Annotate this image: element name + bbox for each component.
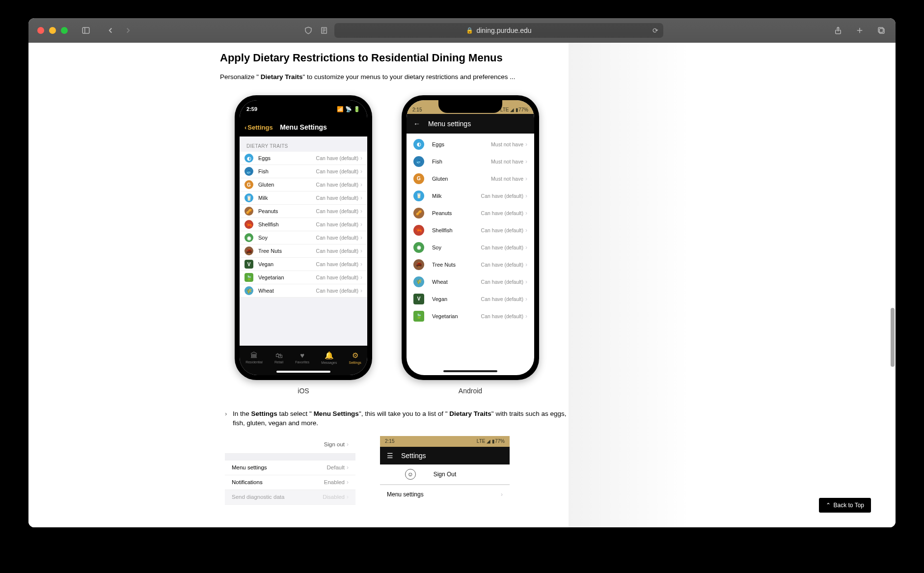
- android-trait-row[interactable]: 🍃 Vegetarian Can have (default) ›: [407, 307, 534, 325]
- ios-back-button[interactable]: ‹ Settings: [245, 124, 273, 131]
- trait-name: Fish: [258, 168, 316, 174]
- fullscreen-window-button[interactable]: [61, 27, 68, 34]
- setting-label: Send diagnostic data: [232, 494, 284, 500]
- lower-ios-setting-row[interactable]: Menu settings Default ›: [225, 461, 355, 475]
- lower-android-signout[interactable]: ☺ Sign Out: [380, 464, 510, 485]
- tabs-overview-icon[interactable]: [876, 25, 887, 36]
- chevron-right-icon: ›: [360, 208, 362, 215]
- chevron-right-icon: ›: [347, 464, 349, 471]
- ios-tab-residential[interactable]: 🏛Residential: [245, 351, 263, 364]
- nav-arrows: [105, 25, 134, 36]
- tab-label: Settings: [349, 361, 361, 364]
- android-trait-row[interactable]: 🐟 Fish Must not have ›: [407, 153, 534, 170]
- trait-value: Can have (default): [316, 235, 358, 241]
- ios-trait-row[interactable]: 🦐 Shellfish Can have (default) ›: [240, 218, 367, 231]
- minimize-window-button[interactable]: [49, 27, 56, 34]
- sidebar-toggle-icon[interactable]: [81, 25, 91, 36]
- android-trait-row[interactable]: 🦐 Shellfish Can have (default) ›: [407, 221, 534, 239]
- android-trait-row[interactable]: 🌾 Wheat Can have (default) ›: [407, 273, 534, 290]
- trait-name: Vegan: [432, 296, 481, 302]
- trait-name: Wheat: [432, 279, 481, 285]
- tab-label: Residential: [245, 360, 263, 364]
- trait-icon: 🥛: [245, 193, 253, 202]
- scrollbar-thumb[interactable]: [891, 308, 895, 367]
- ios-phone-column: 2:59 📶 📡 🔋 ‹ Settings Menu Settings DIET…: [235, 95, 372, 395]
- lower-ios-setting-row[interactable]: Send diagnostic data Disabled ›: [225, 490, 355, 505]
- trait-value: Can have (default): [481, 227, 523, 233]
- back-to-top-button[interactable]: ⌃ Back to Top: [819, 498, 871, 513]
- page-scroll[interactable]: Apply Dietary Restrictions to Residentia…: [28, 43, 896, 527]
- ios-nav-bar: ‹ Settings Menu Settings: [240, 118, 367, 136]
- android-trait-row[interactable]: V Vegan Can have (default) ›: [407, 290, 534, 307]
- ios-tab-favorites[interactable]: ♥Favorites: [295, 351, 309, 364]
- trait-name: Vegetarian: [432, 313, 481, 319]
- ios-time: 2:59: [246, 106, 257, 112]
- ios-trait-row[interactable]: 🐟 Fish Can have (default) ›: [240, 165, 367, 178]
- ios-status-icons: 📶 📡 🔋: [337, 106, 360, 112]
- chevron-up-icon: ⌃: [826, 502, 831, 509]
- back-button[interactable]: [105, 25, 116, 36]
- chevron-right-icon: ›: [525, 261, 527, 268]
- android-trait-row[interactable]: ◉ Soy Can have (default) ›: [407, 239, 534, 256]
- trait-value: Can have (default): [316, 168, 358, 174]
- reader-mode-icon[interactable]: [319, 25, 329, 36]
- chevron-right-icon: ›: [525, 244, 527, 251]
- android-traits-list: ◐ Eggs Must not have ›🐟 Fish Must not ha…: [407, 134, 534, 327]
- ios-section-header: DIETARY TRAITS: [240, 136, 367, 152]
- trait-name: Milk: [432, 193, 481, 199]
- share-icon[interactable]: [833, 25, 843, 36]
- privacy-shield-icon[interactable]: [303, 25, 314, 36]
- ios-trait-row[interactable]: ◉ Soy Can have (default) ›: [240, 231, 367, 245]
- ios-trait-row[interactable]: 🍃 Vegetarian Can have (default) ›: [240, 271, 367, 284]
- trait-name: Eggs: [432, 141, 491, 147]
- ios-nav-title: Menu Settings: [280, 123, 327, 131]
- trait-name: Tree Nuts: [258, 248, 316, 254]
- close-window-button[interactable]: [37, 27, 44, 34]
- chevron-right-icon: ›: [347, 493, 349, 500]
- phone-notch: [438, 100, 502, 113]
- lower-android-status: 2:15 LTE ◢ ▮77%: [380, 436, 510, 447]
- ios-tab-messages[interactable]: 🔔Messages: [321, 351, 337, 364]
- phone-notch: [272, 100, 335, 113]
- ios-trait-row[interactable]: 🥛 Milk Can have (default) ›: [240, 191, 367, 205]
- lower-android-menu-settings-row[interactable]: Menu settings ›: [380, 485, 510, 504]
- android-time: 2:15: [412, 107, 422, 112]
- setting-value: Default: [327, 464, 345, 470]
- ios-caption: iOS: [298, 387, 309, 395]
- hamburger-icon[interactable]: ☰: [387, 452, 393, 460]
- android-trait-row[interactable]: G Gluten Must not have ›: [407, 170, 534, 187]
- trait-value: Must not have: [491, 159, 523, 164]
- ios-trait-row[interactable]: V Vegan Can have (default) ›: [240, 258, 367, 271]
- chevron-right-icon: ›: [360, 234, 362, 241]
- ios-tab-settings[interactable]: ⚙Settings: [349, 351, 361, 364]
- chevron-right-icon: ›: [360, 194, 362, 201]
- trait-icon: 🐟: [413, 156, 424, 167]
- android-trait-row[interactable]: 🥜 Peanuts Can have (default) ›: [407, 204, 534, 221]
- trait-value: Can have (default): [316, 261, 358, 267]
- reload-icon[interactable]: ⟳: [652, 27, 658, 34]
- browser-titlebar: 🔒 dining.purdue.edu ⟳: [28, 18, 896, 43]
- chevron-right-icon: ›: [360, 247, 362, 254]
- new-tab-icon[interactable]: [854, 25, 865, 36]
- ios-trait-row[interactable]: 🥜 Peanuts Can have (default) ›: [240, 205, 367, 218]
- ios-trait-row[interactable]: 🌰 Tree Nuts Can have (default) ›: [240, 245, 367, 258]
- setting-value: Enabled: [324, 479, 345, 485]
- android-trait-row[interactable]: ◐ Eggs Must not have ›: [407, 136, 534, 153]
- android-trait-row[interactable]: 🥛 Milk Can have (default) ›: [407, 187, 534, 204]
- tab-icon: 🔔: [325, 351, 334, 360]
- forward-button[interactable]: [123, 25, 134, 36]
- ios-trait-row[interactable]: ◐ Eggs Can have (default) ›: [240, 152, 367, 165]
- trait-name: Fish: [432, 159, 491, 164]
- lower-ios-setting-row[interactable]: Notifications Enabled ›: [225, 475, 355, 490]
- trait-name: Eggs: [258, 155, 316, 161]
- ios-tab-retail[interactable]: 🛍Retail: [274, 351, 283, 364]
- android-trait-row[interactable]: 🌰 Tree Nuts Can have (default) ›: [407, 256, 534, 273]
- ios-trait-row[interactable]: G Gluten Can have (default) ›: [240, 178, 367, 191]
- trait-value: Can have (default): [316, 182, 358, 188]
- svg-rect-0: [82, 27, 89, 33]
- android-back-arrow-icon[interactable]: ←: [413, 120, 420, 128]
- trait-icon: 🌰: [413, 259, 424, 270]
- ios-trait-row[interactable]: 🌾 Wheat Can have (default) ›: [240, 284, 367, 298]
- url-bar[interactable]: 🔒 dining.purdue.edu ⟳: [334, 23, 663, 38]
- ios-signout-row[interactable]: Sign out ›: [225, 436, 355, 454]
